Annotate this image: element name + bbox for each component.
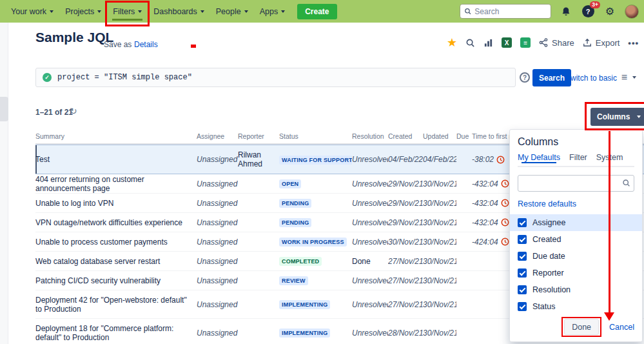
column-option-label: Created	[532, 235, 561, 244]
column-header-assignee[interactable]: Assignee	[197, 132, 238, 140]
sidebar-expand-handle[interactable]	[0, 97, 8, 121]
column-header-created[interactable]: Created	[388, 132, 423, 140]
cell-resolution: Unresolved	[352, 276, 388, 285]
switch-to-basic-link[interactable]: Switch to basic	[565, 74, 617, 83]
status-lozenge: REVIEW	[279, 276, 308, 285]
checkbox-checked-icon	[518, 218, 527, 227]
nav-filters[interactable]: Filters	[107, 0, 148, 23]
column-option-label: Assignee	[532, 218, 565, 227]
cell-updated: 30/Nov/21	[423, 238, 456, 247]
create-button[interactable]: Create	[297, 4, 337, 19]
help-badge: 3+	[590, 1, 600, 8]
nav-projects[interactable]: Projects	[59, 0, 107, 23]
cell-updated: 30/Nov/21	[423, 199, 456, 208]
cell-resolution: Unresolved	[352, 155, 388, 164]
export-button[interactable]: Export	[583, 38, 620, 48]
save-as-link[interactable]: Save as	[104, 40, 132, 49]
status-lozenge: COMPLETED	[279, 257, 322, 266]
restore-defaults-link[interactable]: Restore defaults	[518, 199, 634, 208]
nav-apps[interactable]: Apps	[254, 0, 291, 23]
user-avatar[interactable]	[625, 5, 639, 19]
syntax-help-icon[interactable]: ?	[520, 72, 530, 83]
cell-assignee: Unassigned	[197, 300, 238, 309]
chevron-down-icon	[632, 76, 636, 79]
column-search-input[interactable]	[518, 175, 634, 192]
share-button[interactable]: Share	[539, 38, 574, 48]
cancel-link[interactable]: Cancel	[609, 323, 634, 332]
time-value: -38:02	[472, 155, 494, 164]
jql-query-text: project = "ITSM simple space"	[57, 73, 192, 82]
time-value: -424:04	[472, 238, 498, 247]
column-option-status[interactable]: Status	[518, 298, 634, 315]
column-header-status[interactable]: Status	[279, 132, 352, 140]
chevron-down-icon	[637, 116, 641, 118]
column-header-due[interactable]: Due	[456, 132, 472, 140]
cell-created: 30/Nov/21	[388, 238, 423, 247]
cell-summary: Web catalog database server restart	[35, 257, 197, 266]
nav-your-work-label: Your work	[11, 7, 46, 16]
tab-my-defaults[interactable]: My Defaults	[518, 153, 560, 162]
column-search	[518, 175, 634, 192]
nav-your-work[interactable]: Your work	[5, 0, 59, 23]
columns-button[interactable]: Columns	[590, 108, 644, 126]
cell-status: PENDING	[279, 218, 352, 227]
export-icon	[583, 38, 592, 47]
export-excel-icon[interactable]: X	[502, 37, 512, 48]
jql-query-input[interactable]: ✓ project = "ITSM simple space"	[35, 68, 516, 87]
cell-summary: Test	[35, 155, 197, 164]
nav-people-label: People	[216, 7, 241, 16]
overdue-clock-icon	[501, 179, 509, 188]
column-option-due-date[interactable]: Due date	[518, 248, 634, 265]
column-header-reporter[interactable]: Reporter	[238, 132, 279, 140]
export-sheets-icon[interactable]: ≡	[520, 37, 531, 48]
insights-icon[interactable]	[483, 38, 493, 48]
favorite-star-icon[interactable]: ★	[447, 37, 457, 48]
cell-summary: Unable to log into VPN	[35, 199, 197, 208]
cell-status: WORK IN PROGRESS	[279, 237, 352, 247]
columns-button-wrap: Columns	[590, 108, 644, 126]
tab-filter[interactable]: Filter	[569, 153, 587, 162]
app-root: Your work Projects Filters Dashboards Pe…	[0, 0, 644, 344]
cell-assignee: Unassigned	[197, 199, 238, 208]
jql-valid-icon: ✓	[43, 73, 52, 82]
nav-people[interactable]: People	[210, 0, 254, 23]
cell-assignee: Unassigned	[197, 155, 238, 164]
cell-assignee: Unassigned	[197, 179, 238, 188]
settings-gear-icon[interactable]: ⚙	[603, 5, 617, 19]
column-option-created[interactable]: Created	[518, 231, 634, 248]
global-search[interactable]	[460, 4, 551, 19]
column-option-label: Status	[532, 302, 555, 311]
nav-dashboards[interactable]: Dashboards	[148, 0, 210, 23]
cell-created: 04/Feb/22	[388, 155, 423, 164]
view-options-menu[interactable]: ≡	[621, 72, 636, 83]
status-lozenge: WAITING FOR SUPPORT	[279, 156, 352, 165]
status-lozenge: OPEN	[279, 179, 301, 188]
column-option-resolution[interactable]: Resolution	[518, 281, 634, 298]
column-header-updated[interactable]: Updated	[423, 132, 456, 140]
column-header-resolution[interactable]: Resolution	[352, 132, 388, 140]
column-option-assignee[interactable]: Assignee	[510, 214, 642, 231]
cell-updated: 30/Nov/21	[423, 179, 456, 188]
more-actions-icon[interactable]: •••	[628, 38, 639, 48]
chevron-down-icon	[97, 10, 101, 13]
cell-created: 29/Nov/21	[388, 218, 423, 227]
details-link[interactable]: Details	[134, 40, 158, 49]
global-search-input[interactable]	[474, 7, 547, 16]
find-in-results-icon[interactable]	[465, 38, 475, 48]
cell-status: PENDING	[279, 198, 352, 208]
refresh-icon[interactable]: ↻	[70, 106, 77, 116]
column-header-summary[interactable]: Summary	[35, 132, 197, 140]
overdue-clock-icon	[496, 156, 505, 164]
cell-status: OPEN	[279, 179, 352, 188]
column-option-reporter[interactable]: Reporter	[518, 265, 634, 281]
cell-updated: 30/Nov/21	[423, 300, 456, 309]
cell-updated: 04/Feb/22	[423, 155, 456, 164]
notifications-bell-icon[interactable]	[559, 5, 573, 19]
help-icon[interactable]: ? 3+	[581, 5, 595, 19]
cell-assignee: Unassigned	[197, 238, 238, 247]
status-lozenge: IMPLEMENTING	[279, 329, 330, 338]
cell-status: REVIEW	[279, 276, 352, 285]
tab-system[interactable]: System	[596, 153, 623, 162]
status-lozenge: PENDING	[279, 199, 311, 208]
done-button[interactable]: Done	[564, 319, 599, 335]
